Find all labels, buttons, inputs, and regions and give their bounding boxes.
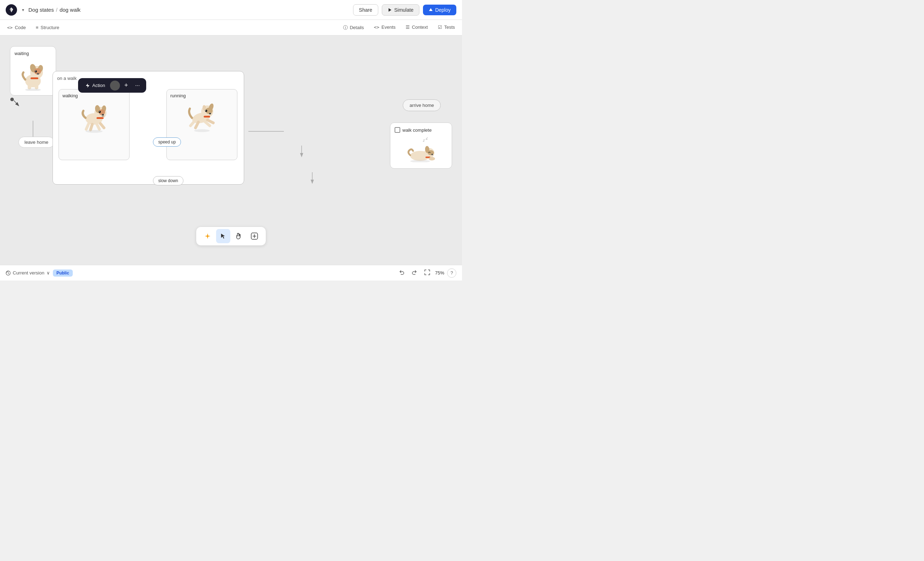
sleeping-dog-svg: z z [405,137,437,162]
waiting-state-node[interactable]: waiting [10,46,56,96]
action-dots-button[interactable]: ··· [132,81,142,90]
share-button[interactable]: Share [353,4,378,16]
breadcrumb-separator: / [56,7,57,13]
svg-point-46 [206,110,206,111]
deploy-icon [429,8,433,12]
svg-line-37 [97,124,99,129]
simulate-icon [388,8,392,12]
redo-icon [412,269,417,275]
svg-point-20 [35,71,36,71]
slow-down-transition[interactable]: slow down [153,176,183,185]
svg-point-63 [410,160,430,162]
running-label: running [170,93,234,98]
top-bar-actions: Share Simulate Deploy [353,4,456,16]
svg-point-3 [10,98,14,101]
svg-point-21 [37,73,39,75]
status-bar-right: 75% ? [397,268,456,278]
deploy-button[interactable]: Deploy [423,5,456,15]
bottom-toolbar [196,227,266,246]
lightning-icon [85,83,90,88]
add-tool-button[interactable] [248,229,261,243]
action-plus-button[interactable]: + [122,80,131,90]
zoom-level: 75% [435,270,444,275]
running-state-node[interactable]: running [166,89,237,160]
nav-tests[interactable]: ☑ Tests [436,24,456,30]
action-toolbar: Action + ··· [78,78,146,93]
simulate-button[interactable]: Simulate [382,4,419,16]
svg-marker-0 [388,8,392,12]
secondary-nav: <> Code ≡ Structure ⓘ Details <> Events … [0,20,462,36]
nav-right: ⓘ Details <> Events ☰ Context ☑ Tests [342,24,456,31]
svg-text:z: z [426,137,428,141]
fullscreen-button[interactable] [422,268,432,278]
version-chevron[interactable]: ∨ [46,270,50,275]
hand-tool-button[interactable] [232,229,246,243]
nav-context[interactable]: ☰ Context [404,24,429,30]
details-icon: ⓘ [343,24,348,31]
sleeping-dog-image: z z [394,135,447,164]
svg-point-19 [35,70,37,72]
nav-code[interactable]: <> Code [6,20,27,35]
select-icon [220,233,226,239]
svg-point-39 [86,130,102,133]
code-icon: <> [7,25,13,30]
walking-dog-svg [76,99,112,135]
status-bar-left: Current version ∨ [6,270,50,275]
leave-home-transition[interactable]: leave home [18,137,54,148]
svg-rect-48 [204,116,210,117]
svg-point-25 [25,89,41,91]
undo-icon [399,269,405,275]
nav-events[interactable]: <> Events [372,24,397,30]
version-label[interactable]: Current version [13,270,44,275]
nav-details[interactable]: ⓘ Details [342,24,366,31]
svg-point-62 [429,157,435,161]
breadcrumb-current[interactable]: dog walk [60,7,81,13]
waiting-dog-svg [17,59,49,91]
sparkle-icon [204,233,211,240]
walking-dog-image [63,101,126,133]
add-icon [251,233,258,240]
svg-point-32 [99,111,100,112]
svg-line-4 [14,101,18,105]
svg-line-35 [86,123,89,129]
action-button[interactable]: Action [82,81,109,90]
svg-point-45 [205,110,207,112]
nav-structure[interactable]: ≡ Structure [34,20,61,35]
svg-point-31 [99,111,101,113]
version-history-icon [6,271,10,275]
svg-rect-22 [30,77,38,79]
select-tool-button[interactable] [216,229,230,243]
public-badge[interactable]: Public [53,269,73,277]
svg-line-36 [90,124,92,130]
waiting-dog-image [15,59,51,91]
svg-point-53 [194,129,210,132]
svg-rect-34 [96,117,104,119]
canvas[interactable]: waiting [0,36,462,265]
top-bar: ▾ Dog states / dog walk Share Simulate D… [0,0,462,20]
walk-complete-state-node[interactable]: walk complete z z [390,122,452,168]
status-bar: Current version ∨ Public 75% ? [0,265,462,281]
breadcrumb-project[interactable]: Dog states [28,7,54,13]
undo-button[interactable] [397,268,406,278]
svg-text:z: z [423,138,425,142]
walking-label: walking [63,93,126,98]
action-circle[interactable] [110,81,120,90]
breadcrumb: Dog states / dog walk [28,7,81,13]
walk-complete-label: walk complete [402,128,432,133]
logo-chevron[interactable]: ▾ [22,8,24,12]
speed-up-transition[interactable]: speed up [153,137,181,147]
running-dog-image [170,101,234,133]
hand-icon [235,233,242,240]
app-logo[interactable] [6,4,17,16]
tests-icon: ☑ [438,24,442,30]
fullscreen-icon [424,269,430,275]
events-icon: <> [374,24,380,30]
walking-state-node[interactable]: walking [58,89,129,160]
arrive-home-state-node[interactable]: arrive home [403,99,441,111]
svg-line-38 [100,123,104,128]
waiting-label: waiting [15,51,51,56]
help-button[interactable]: ? [447,268,456,278]
running-dog-svg [184,99,220,135]
redo-button[interactable] [410,268,419,278]
sparkle-tool-button[interactable] [201,229,214,243]
